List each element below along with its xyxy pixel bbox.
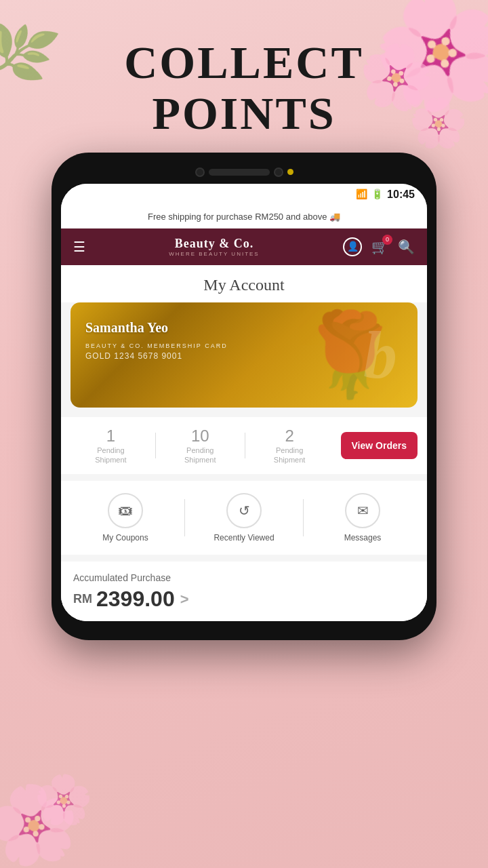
phone-screen: 📶 🔋 10:45 Free shipping for purchase RM2… [61,184,427,622]
order-stat-label-3: Pending Shipment [245,446,334,465]
quick-link-recently-viewed[interactable]: ↺ Recently Viewed [185,493,303,542]
coupons-label: My Coupons [102,533,148,542]
wifi-icon: 📶 [356,189,367,200]
order-stat-label-1: Pending Shipment [66,446,155,465]
app-header: ☰ Beauty & Co. WHERE BEAUTY UNITES 👤 🛒 0… [61,229,427,265]
brand-name: Beauty & Co. [85,237,343,251]
view-orders-button[interactable]: View Orders [341,432,418,459]
coupons-icon-circle: 🎟 [108,493,143,528]
quick-link-coupons[interactable]: 🎟 My Coupons [66,493,184,542]
promo-banner: Free shipping for purchase RM250 and abo… [61,205,427,229]
camera-left [195,167,205,177]
page-content: My Account 🌹 b Samantha Yeo Beauty & Co.… [61,265,427,622]
card-membership-label: Beauty & Co. Membership Card [85,342,403,349]
order-stat-1: 1 Pending Shipment [66,427,155,465]
user-icon[interactable]: 👤 [343,237,362,256]
accumulated-amount[interactable]: RM 2399.00 > [73,587,415,612]
orders-summary: 1 Pending Shipment 10 Pending Shipment 2… [61,417,427,475]
sensor-dot [287,169,293,175]
brand-logo: Beauty & Co. WHERE BEAUTY UNITES [85,237,343,257]
accumulated-value: 2399.00 [96,587,175,612]
accumulated-title: Accumulated Purchase [73,572,415,583]
recently-viewed-label: Recently Viewed [214,533,274,542]
accumulated-currency: RM [73,592,92,606]
search-button[interactable]: 🔍 [398,239,415,255]
phone-frame: 📶 🔋 10:45 Free shipping for purchase RM2… [52,153,436,641]
accumulated-chevron: > [180,591,189,608]
order-stat-label-2: Pending Shipment [156,446,245,465]
order-stat-number-3: 2 [245,427,334,446]
recently-viewed-icon-circle: ↺ [226,493,262,528]
order-stat-number-1: 1 [66,427,155,446]
quick-links: 🎟 My Coupons ↺ Recently Viewed ✉ Message… [61,481,427,555]
order-stat-number-2: 10 [156,427,245,446]
menu-button[interactable]: ☰ [73,239,85,255]
status-time: 10:45 [387,189,415,201]
order-stat-3: 2 Pending Shipment [245,427,334,465]
order-stat-2: 10 Pending Shipment [156,427,245,465]
messages-icon-circle: ✉ [345,493,380,528]
status-bar: 📶 🔋 10:45 [61,184,427,205]
quick-link-messages[interactable]: ✉ Messages [304,493,422,542]
cart-badge: 0 [382,235,392,245]
collect-points-title: COLLECT POINTS [0,37,488,139]
page-title: My Account [61,265,427,302]
phone-notch [61,163,427,184]
speaker [209,169,270,176]
camera-right [274,167,283,177]
brand-tagline: WHERE BEAUTY UNITES [85,251,343,257]
battery-icon: 🔋 [371,189,383,200]
cart-button[interactable]: 🛒 0 [371,239,388,255]
accumulated-section: Accumulated Purchase RM 2399.00 > [61,561,427,621]
header-icons: 👤 🛒 0 🔍 [343,237,415,256]
card-number: GOLD 1234 5678 9001 [85,351,403,361]
membership-card: 🌹 b Samantha Yeo Beauty & Co. Membership… [70,302,418,408]
card-member-name: Samantha Yeo [85,320,403,336]
messages-label: Messages [344,533,382,542]
